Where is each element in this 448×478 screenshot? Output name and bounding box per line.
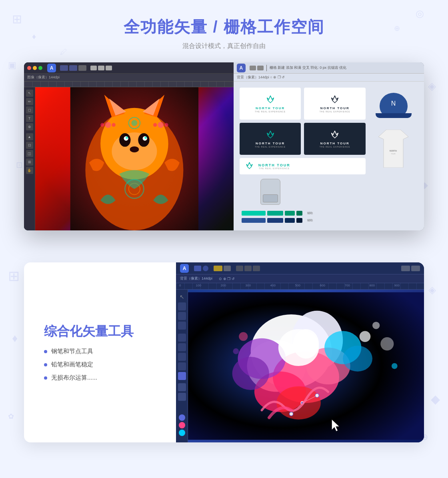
section2: 综合化矢量工具 钢笔和节点工具 铅笔和画笔稳定 无损布尔运算......	[24, 262, 424, 442]
north-tour-icon-3	[265, 130, 276, 141]
toolbar-item	[69, 65, 77, 71]
north-tour-icon-horizontal	[244, 161, 254, 171]
app2-tool-4[interactable]	[178, 334, 186, 342]
right-subbar-text: 背景（像素）144dpi ○ ⊕ ❐ ↺	[237, 75, 285, 80]
svg-point-19	[100, 123, 104, 127]
right-menu: 栅格 新建 添加 和满 交叉 羽化: 0 px 抗锯齿 优化	[270, 65, 347, 70]
svg-point-16	[131, 120, 137, 126]
app2-tool-1[interactable]	[178, 302, 186, 310]
tool-fill[interactable]: ▲	[26, 133, 33, 140]
toolbar-icon	[250, 66, 256, 70]
svg-point-18	[112, 123, 115, 127]
color-swatch-blue[interactable]	[179, 414, 185, 421]
logo-name-2: NORTH TOUR	[320, 106, 350, 110]
color-swatch-pink[interactable]	[179, 422, 185, 428]
svg-point-42	[372, 322, 380, 329]
logo-name-1: NORTH TOUR	[256, 106, 285, 110]
feature-text-2: 铅笔和画笔稳定	[51, 361, 93, 368]
tool-brush[interactable]: ⊡	[26, 142, 33, 149]
tool-text[interactable]: T	[26, 115, 33, 122]
tool-crop[interactable]: ⊞	[26, 158, 33, 166]
logo-tagline-2: THE REAL EXPERIENCE	[320, 110, 350, 113]
app2-tool-3[interactable]	[178, 322, 186, 330]
tool-pen[interactable]: ✏	[26, 98, 33, 105]
left-canvas	[35, 87, 234, 230]
svg-point-20	[158, 122, 164, 128]
section2-title: 综合化矢量工具	[44, 323, 156, 340]
svg-point-45	[239, 332, 248, 341]
svg-text:TOUR: TOUR	[391, 153, 395, 155]
toolbar-item	[60, 65, 68, 71]
svg-point-12	[126, 136, 128, 139]
toolbar-color-icon	[214, 266, 222, 271]
logo-tagline-4: THE REAL EXPERIENCE	[320, 146, 350, 148]
toolbar-view-icon-3	[253, 266, 260, 271]
tool-eraser[interactable]: ◫	[26, 150, 33, 157]
app-icon: A	[47, 64, 56, 72]
left-toolbar: A	[24, 62, 234, 74]
swatch-blue-3	[285, 218, 295, 223]
toolbar-separator	[266, 65, 267, 71]
logo-tagline-1: THE REAL EXPERIENCE	[255, 110, 286, 113]
app2-main-content: ↖	[176, 290, 424, 442]
section2-left: 综合化矢量工具 钢笔和节点工具 铅笔和画笔稳定 无损布尔运算......	[24, 262, 176, 442]
svg-point-49	[290, 412, 293, 416]
app-right-pane: A 栅格 新建 添加 和满 交叉 羽化: 0 px 抗锯齿 优化 背景（像素）1…	[234, 62, 424, 230]
color-swatch-cyan[interactable]	[179, 430, 185, 436]
hat-brim	[376, 113, 412, 118]
toolbar-view-icon-2	[244, 266, 252, 271]
tool-hand[interactable]: ✋	[26, 167, 33, 174]
left-tools-panel: ↖ ✏ ◻ T ⊕ ▲ ⊡ ◫ ⊞ ✋	[24, 87, 35, 230]
svg-point-21	[164, 123, 168, 127]
brand-canvas: NORTH TOUR THE REAL EXPERIENCE NORTH TOU…	[234, 82, 424, 230]
minimize-button[interactable]	[33, 66, 37, 70]
section1: 全功能矢量 / 栅格工作空间 混合设计模式，真正创作自由 A	[0, 0, 448, 250]
swatch-blue-1	[242, 218, 266, 223]
svg-point-14	[130, 146, 139, 152]
abstract-art-svg	[188, 290, 424, 442]
app2-tool-9[interactable]	[178, 393, 186, 401]
svg-point-13	[144, 136, 147, 139]
svg-point-41	[360, 331, 371, 342]
tool-shape[interactable]: ◻	[26, 106, 33, 114]
bullet-icon-3	[44, 376, 47, 380]
toolbar-right-icon-2	[411, 266, 420, 271]
logo-horizontal-card: NORTH TOUR THE REAL EXPERIENCE	[240, 158, 366, 174]
horizontal-logo-text: NORTH TOUR THE REAL EXPERIENCE	[258, 163, 290, 170]
section1-title: 全功能矢量 / 栅格工作空间	[24, 16, 424, 38]
feature-list: 钢笔和节点工具 铅笔和画笔稳定 无损布尔运算......	[44, 348, 156, 382]
north-tour-icon-1	[265, 94, 276, 106]
north-tour-icon-2	[329, 94, 340, 106]
app2-tool-8[interactable]	[178, 383, 186, 391]
logo-tagline-h: THE REAL EXPERIENCE	[258, 167, 290, 170]
app2-sidebar-tools: ↖	[176, 290, 188, 442]
close-button[interactable]	[27, 66, 31, 70]
app2-tool-cursor[interactable]: ↖	[178, 293, 186, 301]
hat-shape: N	[380, 93, 408, 115]
app2-tool-5[interactable]	[178, 343, 186, 351]
app2-tool-2[interactable]	[178, 312, 186, 320]
tool-zoom[interactable]: ⊕	[26, 123, 33, 130]
app2-subbar: 背景（像素）144dpi ⊙ ⊕ ❐ ↺	[176, 274, 424, 283]
svg-point-40	[276, 386, 321, 420]
section1-subtitle: 混合设计模式，真正创作自由	[24, 42, 424, 50]
app2-ruler: 0 100 200 300 400 500 600 700 800 900	[176, 283, 424, 290]
svg-point-37	[343, 346, 372, 372]
toolbar-item	[78, 65, 86, 71]
maximize-button[interactable]	[38, 66, 42, 70]
ruler-horizontal	[24, 82, 234, 87]
toolbar-icon	[257, 66, 264, 70]
app2-tool-color-picker[interactable]	[178, 372, 186, 380]
app2-icon: A	[180, 264, 189, 273]
backpack-product-card	[240, 178, 301, 206]
toolbar-icon	[106, 66, 112, 70]
app2-tool-6[interactable]	[178, 353, 186, 361]
tool-cursor[interactable]: ↖	[26, 90, 33, 97]
swatch-blue-2	[267, 218, 283, 223]
logo-card-dark-white: NORTH TOUR THE REAL EXPERIENCE	[304, 123, 366, 155]
logo-tagline-3: THE REAL EXPERIENCE	[255, 146, 286, 148]
app2-tool-7[interactable]	[178, 362, 186, 370]
hat-logo-icon: N	[391, 100, 396, 107]
toolbar-share-icon	[203, 266, 208, 271]
swatch-blue-4	[296, 218, 302, 223]
